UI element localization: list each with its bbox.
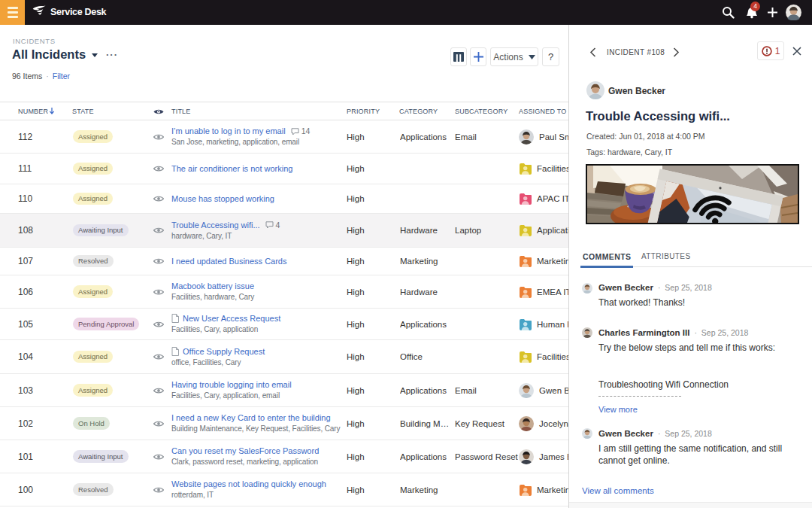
svg-text:4: 4: [753, 2, 757, 10]
